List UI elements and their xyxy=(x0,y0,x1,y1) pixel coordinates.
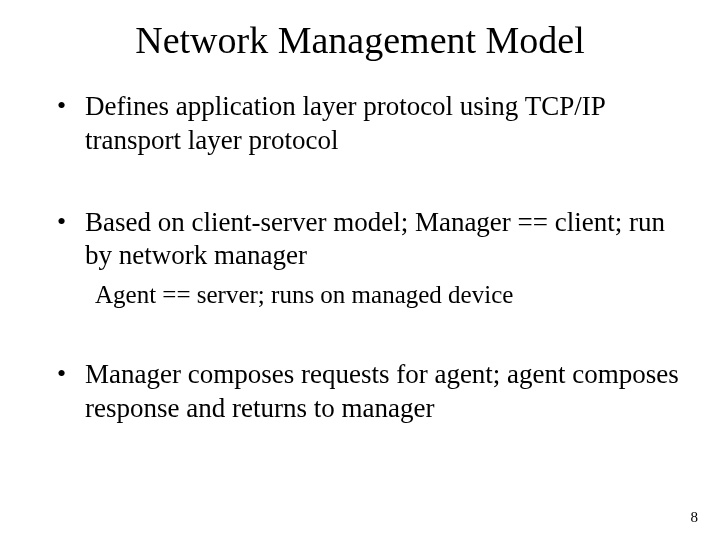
bullet-text: Based on client-server model; Manager ==… xyxy=(85,207,665,271)
page-number: 8 xyxy=(691,509,699,526)
slide-title: Network Management Model xyxy=(30,18,690,62)
list-item: Manager composes requests for agent; age… xyxy=(85,358,690,426)
list-item: Defines application layer protocol using… xyxy=(85,90,690,158)
bullet-subtext: Agent == server; runs on managed device xyxy=(95,279,690,310)
bullet-text: Manager composes requests for agent; age… xyxy=(85,359,679,423)
bullet-text: Defines application layer protocol using… xyxy=(85,91,605,155)
list-item: Based on client-server model; Manager ==… xyxy=(85,206,690,311)
bullet-list: Defines application layer protocol using… xyxy=(30,90,690,426)
